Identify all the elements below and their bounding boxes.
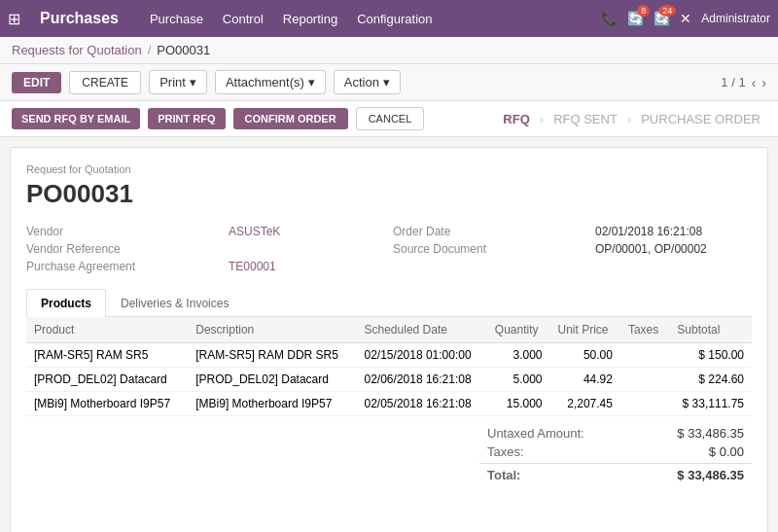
untaxed-value: $ 33,486.35: [677, 426, 744, 441]
pagination-text: 1 / 1: [721, 75, 745, 89]
prev-page-button[interactable]: ‹: [752, 75, 757, 90]
step-purchase-order: PURCHASE ORDER: [635, 110, 766, 128]
step-rfq: RFQ: [497, 110, 535, 128]
vendor-label: Vendor: [26, 225, 221, 238]
row2-subtotal: $ 224.60: [669, 368, 752, 392]
row2-quantity: 5.000: [487, 368, 550, 392]
action-dropdown[interactable]: Action ▾: [334, 70, 401, 94]
vendor-ref-value: [229, 242, 385, 256]
step-divider-1: ›: [540, 112, 544, 126]
attachments-label: Attachment(s): [226, 75, 304, 89]
print-arrow: ▾: [190, 75, 196, 89]
user-menu[interactable]: Administrator: [701, 12, 770, 25]
summary-table: Untaxed Amount: $ 33,486.35 Taxes: $ 0.0…: [479, 424, 752, 486]
create-button[interactable]: CREATE: [69, 71, 141, 94]
summary-area: Untaxed Amount: $ 33,486.35 Taxes: $ 0.0…: [26, 424, 752, 486]
nav-right-icons: 📞 🔄8 🔄24 ✕ Administrator: [601, 11, 770, 26]
untaxed-row: Untaxed Amount: $ 33,486.35: [479, 424, 752, 443]
status-bar: SEND RFQ BY EMAIL PRINT RFQ CONFIRM ORDE…: [0, 101, 778, 137]
row1-taxes: [620, 343, 669, 368]
table-row: [MBi9] Motherboard I9P57 [MBi9] Motherbo…: [26, 392, 752, 416]
taxes-value: $ 0.00: [709, 444, 744, 459]
print-label: Print: [159, 75, 186, 89]
document-label: Request for Quotation: [26, 163, 752, 175]
print-rfq-button[interactable]: PRINT RFQ: [148, 108, 225, 129]
row3-quantity: 15.000: [487, 392, 550, 416]
taxes-label: Taxes:: [487, 444, 524, 459]
nav-menu: Purchase Control Reporting Configuration: [150, 12, 585, 26]
document-number: PO00031: [26, 179, 752, 209]
total-value: $ 33,486.35: [677, 468, 744, 482]
row3-description: [MBi9] Motherboard I9P57: [188, 392, 356, 416]
col-description: Description: [188, 317, 356, 343]
send-rfq-button[interactable]: SEND RFQ BY EMAIL: [12, 108, 140, 129]
app-title: Purchases: [40, 10, 119, 27]
action-arrow: ▾: [383, 75, 390, 89]
top-navigation: ⊞ Purchases Purchase Control Reporting C…: [0, 0, 778, 37]
col-subtotal: Subtotal: [669, 317, 752, 343]
sync-badge-1: 8: [637, 5, 650, 17]
source-doc-value: OP/00001, OP/00002: [595, 242, 752, 256]
breadcrumb-bar: Requests for Quotation / PO00031: [0, 37, 778, 64]
main-content: Request for Quotation PO00031 Vendor ASU…: [10, 147, 768, 532]
nav-purchase[interactable]: Purchase: [150, 12, 203, 26]
row2-product: [PROD_DEL02] Datacard: [26, 368, 188, 392]
nav-control[interactable]: Control: [223, 12, 264, 26]
total-row: Total: $ 33,486.35: [479, 463, 752, 486]
sync-icon-2[interactable]: 🔄24: [654, 11, 670, 26]
nav-configuration[interactable]: Configuration: [357, 12, 432, 26]
print-dropdown[interactable]: Print ▾: [149, 70, 207, 94]
vendor-value[interactable]: ASUSTeK: [229, 225, 385, 238]
table-row: [RAM-SR5] RAM SR5 [RAM-SR5] RAM DDR SR5 …: [26, 343, 752, 368]
row2-description: [PROD_DEL02] Datacard: [188, 368, 356, 392]
grid-icon[interactable]: ⊞: [8, 10, 20, 28]
row1-subtotal: $ 150.00: [669, 343, 752, 368]
taxes-row: Taxes: $ 0.00: [479, 443, 752, 461]
close-icon[interactable]: ✕: [680, 11, 691, 26]
sync-badge-2: 24: [658, 5, 676, 17]
order-date-value: 02/01/2018 16:21:08: [595, 225, 752, 238]
confirm-order-button[interactable]: CONFIRM ORDER: [233, 108, 348, 129]
phone-icon[interactable]: 📞: [601, 11, 618, 26]
purchase-agreement-value[interactable]: TE00001: [229, 260, 385, 273]
tab-deliveries-invoices[interactable]: Deliveries & Invoices: [106, 289, 243, 317]
row3-unit-price: 2,207.45: [549, 392, 619, 416]
action-label: Action: [344, 75, 379, 89]
edit-button[interactable]: EDIT: [12, 72, 61, 93]
action-bar: EDIT CREATE Print ▾ Attachment(s) ▾ Acti…: [0, 64, 778, 101]
col-product: Product: [26, 317, 188, 343]
step-divider-2: ›: [627, 112, 631, 126]
breadcrumb-separator: /: [148, 43, 152, 57]
row1-scheduled-date: 02/15/2018 01:00:00: [357, 343, 487, 368]
document-info: Vendor ASUSTeK Order Date 02/01/2018 16:…: [26, 225, 752, 273]
vendor-ref-label: Vendor Reference: [26, 242, 221, 256]
sync-icon-1[interactable]: 🔄8: [627, 11, 644, 26]
tab-products[interactable]: Products: [26, 289, 106, 317]
source-doc-label: Source Document: [393, 242, 587, 256]
cancel-button[interactable]: CANCEL: [356, 107, 425, 130]
attachments-arrow: ▾: [308, 75, 315, 89]
untaxed-label: Untaxed Amount:: [487, 426, 584, 441]
pagination: 1 / 1 ‹ ›: [721, 75, 766, 90]
products-table: Product Description Scheduled Date Quant…: [26, 317, 752, 416]
purchase-agreement-label: Purchase Agreement: [26, 260, 221, 273]
step-rfq-sent: RFQ SENT: [548, 110, 623, 128]
row3-product: [MBi9] Motherboard I9P57: [26, 392, 188, 416]
row3-subtotal: $ 33,111.75: [669, 392, 752, 416]
col-scheduled-date: Scheduled Date: [357, 317, 487, 343]
row1-unit-price: 50.00: [549, 343, 619, 368]
breadcrumb-current: PO00031: [157, 43, 210, 57]
tabs: Products Deliveries & Invoices: [26, 289, 752, 317]
col-taxes: Taxes: [620, 317, 669, 343]
breadcrumb-link[interactable]: Requests for Quotation: [12, 43, 142, 57]
row2-unit-price: 44.92: [549, 368, 619, 392]
row2-scheduled-date: 02/06/2018 16:21:08: [357, 368, 487, 392]
next-page-button[interactable]: ›: [761, 75, 766, 90]
nav-reporting[interactable]: Reporting: [283, 12, 337, 26]
attachments-dropdown[interactable]: Attachment(s) ▾: [215, 70, 326, 94]
row3-taxes: [620, 392, 669, 416]
row2-taxes: [620, 368, 669, 392]
col-quantity: Quantity: [487, 317, 550, 343]
table-row: [PROD_DEL02] Datacard [PROD_DEL02] Datac…: [26, 368, 752, 392]
row1-description: [RAM-SR5] RAM DDR SR5: [188, 343, 356, 368]
